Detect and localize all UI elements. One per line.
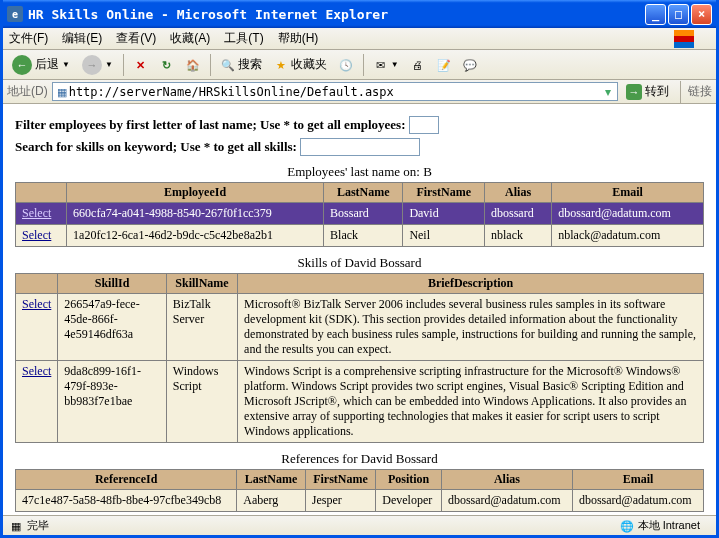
col-alias: Alias [441, 470, 572, 490]
cell-email: dbossard@adatum.com [572, 490, 703, 512]
cell-first: Neil [403, 225, 485, 247]
select-link[interactable]: Select [22, 297, 51, 311]
print-button[interactable]: 🖨 [406, 53, 430, 77]
cell-desc: Microsoft® BizTalk Server 2006 includes … [238, 294, 704, 361]
col-skillname: SkillName [166, 274, 237, 294]
col-position: Position [376, 470, 442, 490]
employees-table: EmployeeId LastName FirstName Alias Emai… [15, 182, 704, 247]
cell-skillname: BizTalk Server [166, 294, 237, 361]
col-firstname: FirstName [403, 183, 485, 203]
skills-table: SkillId SkillName BriefDescription Selec… [15, 273, 704, 443]
col-email: Email [572, 470, 703, 490]
filter-employees-label: Filter employees by first letter of last… [15, 117, 406, 132]
cell-refid: 47c1e487-5a58-48fb-8be4-97cfbe349cb8 [16, 490, 237, 512]
cell-skillid: 9da8c899-16f1-479f-893e-bb983f7e1bae [58, 361, 167, 443]
col-refid: ReferenceId [16, 470, 237, 490]
window-close-button[interactable]: × [691, 4, 712, 25]
table-row: Select 266547a9-fece-45de-866f-4e59146df… [16, 294, 704, 361]
window-titlebar: e HR Skills Online - Microsoft Internet … [3, 0, 716, 28]
col-lastname: LastName [237, 470, 305, 490]
toolbar: ←后退▼ →▼ ✕ ↻ 🏠 🔍搜索 ★收藏夹 🕓 ✉▼ 🖨 📝 💬 [3, 50, 716, 80]
cell-email: nblack@adatum.com [552, 225, 704, 247]
search-button[interactable]: 🔍搜索 [216, 53, 267, 77]
cell-skillid: 266547a9-fece-45de-866f-4e59146df63a [58, 294, 167, 361]
table-row: 47c1e487-5a58-48fb-8be4-97cfbe349cb8 Aab… [16, 490, 704, 512]
ie-logo-icon [672, 29, 696, 49]
svg-rect-2 [674, 42, 694, 48]
svg-rect-1 [674, 30, 694, 36]
cell-alias: nblack [485, 225, 552, 247]
window-minimize-button[interactable]: _ [645, 4, 666, 25]
filter-letter-input[interactable] [409, 116, 439, 134]
cell-last: Aaberg [237, 490, 305, 512]
filter-employees-line: Filter employees by first letter of last… [15, 116, 704, 134]
menu-view[interactable]: 查看(V) [116, 30, 156, 47]
menu-file[interactable]: 文件(F) [9, 30, 48, 47]
cell-alias: dbossard [485, 203, 552, 225]
edit-button[interactable]: 📝 [432, 53, 456, 77]
window-title: HR Skills Online - Microsoft Internet Ex… [28, 7, 388, 22]
menu-bar: 文件(F) 编辑(E) 查看(V) 收藏(A) 工具(T) 帮助(H) [3, 28, 716, 50]
address-bar: 地址(D) ▦ ▾ →转到 链接 [3, 80, 716, 104]
filter-skills-label: Search for skills on keyword; Use * to g… [15, 139, 297, 154]
address-input[interactable] [69, 85, 601, 99]
page-ready-icon: ▦ [9, 519, 23, 533]
page-icon: ▦ [55, 85, 69, 99]
cell-pos: Developer [376, 490, 442, 512]
status-text: 完毕 [27, 518, 49, 533]
cell-desc: Windows Script is a comprehensive script… [238, 361, 704, 443]
references-caption: References for David Bossard [15, 451, 704, 467]
address-label: 地址(D) [7, 83, 48, 100]
cell-first: Jesper [305, 490, 376, 512]
col-lastname: LastName [324, 183, 403, 203]
ie-page-icon: e [7, 6, 23, 22]
address-dropdown-button[interactable]: ▾ [601, 85, 615, 99]
filter-skills-line: Search for skills on keyword; Use * to g… [15, 138, 704, 156]
cell-first: David [403, 203, 485, 225]
select-link[interactable]: Select [22, 228, 51, 242]
filter-keyword-input[interactable] [300, 138, 420, 156]
window-maximize-button[interactable]: □ [668, 4, 689, 25]
col-blank [16, 274, 58, 294]
col-employeeid: EmployeeId [67, 183, 324, 203]
menu-favorites[interactable]: 收藏(A) [170, 30, 210, 47]
stop-button[interactable]: ✕ [129, 53, 153, 77]
forward-button[interactable]: →▼ [77, 53, 118, 77]
back-button[interactable]: ←后退▼ [7, 53, 75, 77]
cell-skillname: Windows Script [166, 361, 237, 443]
col-firstname: FirstName [305, 470, 376, 490]
cell-email: dbossard@adatum.com [552, 203, 704, 225]
menu-tools[interactable]: 工具(T) [224, 30, 263, 47]
discuss-button[interactable]: 💬 [458, 53, 482, 77]
select-link[interactable]: Select [22, 206, 51, 220]
menu-edit[interactable]: 编辑(E) [62, 30, 102, 47]
mail-button[interactable]: ✉▼ [369, 53, 404, 77]
col-alias: Alias [485, 183, 552, 203]
col-desc: BriefDescription [238, 274, 704, 294]
col-blank [16, 183, 67, 203]
cell-id: 1a20fc12-6ca1-46d2-b9dc-c5c42be8a2b1 [67, 225, 324, 247]
cell-alias: dbossard@adatum.com [441, 490, 572, 512]
table-row: Select 660cfa74-a041-4988-8540-267f0f1cc… [16, 203, 704, 225]
employees-caption: Employees' last name on: B [15, 164, 704, 180]
col-email: Email [552, 183, 704, 203]
skills-caption: Skills of David Bossard [15, 255, 704, 271]
refresh-button[interactable]: ↻ [155, 53, 179, 77]
home-button[interactable]: 🏠 [181, 53, 205, 77]
links-label[interactable]: 链接 [688, 83, 712, 100]
cell-id: 660cfa74-a041-4988-8540-267f0f1cc379 [67, 203, 324, 225]
select-link[interactable]: Select [22, 364, 51, 378]
table-row: Select 9da8c899-16f1-479f-893e-bb983f7e1… [16, 361, 704, 443]
zone-icon: 🌐 [620, 519, 634, 533]
history-button[interactable]: 🕓 [334, 53, 358, 77]
references-table: ReferenceId LastName FirstName Position … [15, 469, 704, 512]
cell-last: Bossard [324, 203, 403, 225]
go-button[interactable]: →转到 [622, 83, 673, 100]
page-content: Filter employees by first letter of last… [3, 104, 716, 515]
cell-last: Black [324, 225, 403, 247]
zone-text: 本地 Intranet [638, 518, 700, 533]
table-row: Select 1a20fc12-6ca1-46d2-b9dc-c5c42be8a… [16, 225, 704, 247]
favorites-button[interactable]: ★收藏夹 [269, 53, 332, 77]
status-bar: ▦ 完毕 🌐 本地 Intranet [3, 515, 716, 535]
menu-help[interactable]: 帮助(H) [278, 30, 319, 47]
